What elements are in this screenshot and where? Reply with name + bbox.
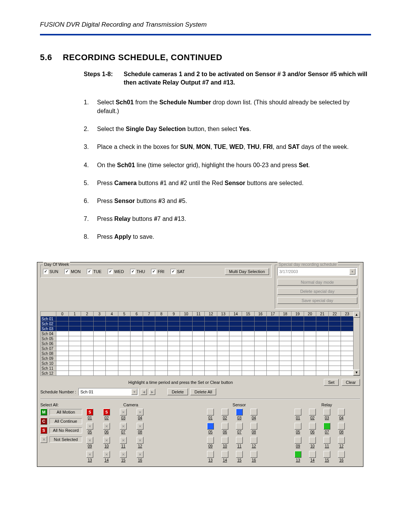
schedule-cell[interactable] [254, 336, 267, 341]
schedule-cell[interactable] [304, 341, 316, 346]
schedule-cell[interactable] [93, 321, 106, 326]
schedule-cell[interactable] [180, 321, 193, 326]
relay-icon[interactable] [295, 423, 301, 430]
schedule-cell[interactable] [279, 356, 292, 361]
schedule-cell[interactable] [56, 326, 69, 331]
schedule-cell[interactable] [292, 346, 304, 351]
schedule-cell[interactable] [131, 331, 143, 336]
schedule-cell[interactable] [217, 336, 229, 341]
set-button[interactable]: Set [324, 379, 339, 386]
schedule-cell[interactable] [143, 356, 155, 361]
day-checkbox-sun[interactable]: SUN [43, 269, 58, 274]
schedule-cell[interactable] [167, 356, 180, 361]
schedule-cell[interactable] [341, 346, 354, 351]
schedule-cell[interactable] [192, 341, 205, 346]
camera-button-10[interactable]: 10 [101, 437, 112, 449]
schedule-cell[interactable] [328, 326, 341, 331]
schedule-cell[interactable] [118, 371, 131, 376]
schedule-row[interactable]: Sch 12 [41, 371, 354, 376]
schedule-cell[interactable] [316, 331, 329, 336]
sensor-icon[interactable] [250, 437, 257, 444]
schedule-cell[interactable] [205, 371, 217, 376]
schedule-cell[interactable] [56, 321, 69, 326]
schedule-cell[interactable] [155, 341, 168, 346]
schedule-cell[interactable] [118, 336, 131, 341]
camera-icon[interactable] [137, 451, 143, 458]
all-continue-button[interactable]: All Continue [49, 418, 82, 424]
schedule-cell[interactable] [205, 341, 217, 346]
checkbox-icon[interactable] [108, 269, 113, 274]
all-motion-button[interactable]: All Motion [49, 409, 82, 415]
schedule-cell[interactable] [143, 321, 155, 326]
schedule-cell[interactable] [192, 346, 205, 351]
sensor-icon[interactable] [236, 451, 243, 458]
day-checkbox-tue[interactable]: TUE [87, 269, 102, 274]
camera-icon[interactable] [86, 437, 93, 444]
schedule-cell[interactable] [328, 331, 341, 336]
schedule-cell[interactable] [316, 316, 329, 321]
schedule-cell[interactable] [316, 326, 329, 331]
schedule-cell[interactable] [192, 326, 205, 331]
schedule-cell[interactable] [143, 341, 155, 346]
schedule-cell[interactable] [167, 366, 180, 371]
schedule-cell[interactable] [254, 351, 267, 356]
schedule-cell[interactable] [316, 361, 329, 366]
sensor-icon[interactable] [207, 437, 214, 444]
schedule-cell[interactable] [192, 331, 205, 336]
schedule-cell[interactable] [267, 336, 279, 341]
camera-button-09[interactable]: 09 [84, 437, 96, 449]
schedule-cell[interactable] [242, 326, 254, 331]
schedule-cell[interactable] [217, 371, 229, 376]
schedule-cell[interactable] [68, 371, 81, 376]
schedule-row[interactable]: Sch 02 [41, 321, 354, 326]
schedule-cell[interactable] [93, 331, 106, 336]
schedule-cell[interactable] [242, 331, 254, 336]
sensor-button-04[interactable]: 04 [249, 409, 258, 420]
relay-button-16[interactable]: 16 [337, 451, 346, 463]
schedule-cell[interactable] [292, 371, 304, 376]
sensor-button-13[interactable]: 13 [206, 451, 215, 463]
sensor-icon[interactable] [221, 409, 228, 415]
schedule-cell[interactable] [328, 336, 341, 341]
scroll-down-icon[interactable]: ▼ [353, 369, 360, 375]
schedule-cell[interactable] [155, 321, 168, 326]
schedule-cell[interactable] [167, 321, 180, 326]
schedule-cell[interactable] [131, 351, 143, 356]
schedule-cell[interactable] [341, 361, 354, 366]
schedule-cell[interactable] [81, 361, 94, 366]
relay-icon[interactable] [338, 409, 345, 415]
schedule-cell[interactable] [131, 371, 143, 376]
relay-button-06[interactable]: 06 [308, 423, 317, 435]
schedule-cell[interactable] [328, 371, 341, 376]
schedule-cell[interactable] [254, 366, 267, 371]
schedule-cell[interactable] [254, 346, 267, 351]
schedule-cell[interactable] [180, 326, 193, 331]
relay-icon[interactable] [309, 451, 316, 458]
relay-button-14[interactable]: 14 [308, 451, 317, 463]
checkbox-icon[interactable] [151, 269, 156, 274]
schedule-cell[interactable] [192, 366, 205, 371]
schedule-cell[interactable] [118, 316, 131, 321]
schedule-cell[interactable] [328, 321, 341, 326]
schedule-cell[interactable] [180, 361, 193, 366]
schedule-cell[interactable] [192, 321, 205, 326]
schedule-cell[interactable] [131, 356, 143, 361]
camera-button-07[interactable]: 07 [118, 423, 129, 435]
sensor-icon[interactable] [250, 423, 257, 430]
schedule-cell[interactable] [242, 341, 254, 346]
schedule-cell[interactable] [180, 371, 193, 376]
schedule-cell[interactable] [316, 346, 329, 351]
schedule-cell[interactable] [56, 356, 69, 361]
schedule-cell[interactable] [304, 336, 316, 341]
schedule-cell[interactable] [118, 326, 131, 331]
sensor-button-06[interactable]: 06 [220, 423, 229, 435]
schedule-cell[interactable] [106, 316, 118, 321]
schedule-cell[interactable] [68, 346, 81, 351]
schedule-cell[interactable] [106, 336, 118, 341]
all-no-record-button[interactable]: All No Record [49, 427, 82, 433]
schedule-cell[interactable] [56, 341, 69, 346]
schedule-cell[interactable] [267, 321, 279, 326]
schedule-cell[interactable] [143, 336, 155, 341]
sensor-icon[interactable] [207, 451, 214, 458]
schedule-cell[interactable] [155, 316, 168, 321]
